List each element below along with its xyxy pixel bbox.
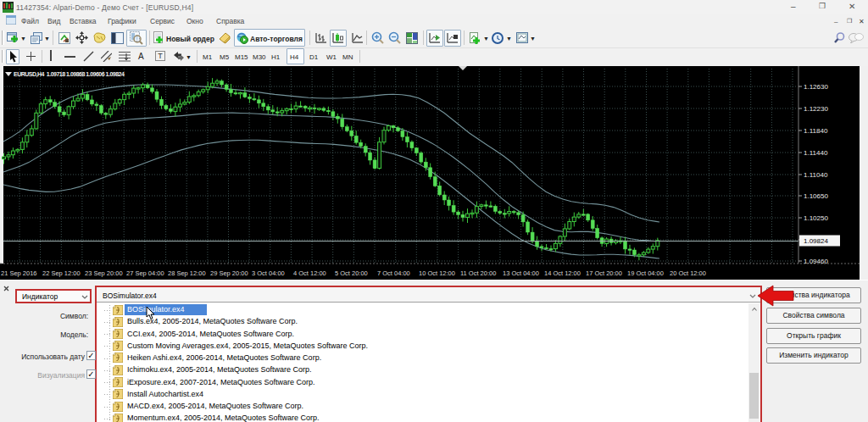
svg-text:17 Oct 20:00: 17 Oct 20:00	[586, 269, 622, 277]
svg-text:1.09824: 1.09824	[804, 237, 828, 245]
svg-text:7 Oct 04:00: 7 Oct 04:00	[377, 269, 410, 277]
svg-text:13 Oct 04:00: 13 Oct 04:00	[503, 269, 539, 277]
svg-text:22 Sep 12:00: 22 Sep 12:00	[42, 269, 81, 277]
svg-text:23 Sep 20:00: 23 Sep 20:00	[85, 269, 123, 277]
svg-text:14 Oct 12:00: 14 Oct 12:00	[544, 269, 581, 277]
svg-text:1.10650: 1.10650	[804, 192, 828, 200]
svg-text:3 Oct 04:00: 3 Oct 04:00	[252, 269, 285, 277]
svg-text:4 Oct 12:00: 4 Oct 12:00	[293, 269, 326, 277]
svg-text:1.10250: 1.10250	[804, 214, 828, 222]
svg-text:29 Sep 20:00: 29 Sep 20:00	[210, 269, 248, 277]
svg-text:5 Oct 20:00: 5 Oct 20:00	[335, 269, 368, 277]
svg-text:1.11040: 1.11040	[804, 171, 828, 179]
svg-text:28 Sep 12:00: 28 Sep 12:00	[168, 269, 206, 277]
svg-text:27 Sep 04:00: 27 Sep 04:00	[126, 269, 164, 277]
svg-text:10 Oct 12:00: 10 Oct 12:00	[419, 269, 455, 277]
svg-text:1.11840: 1.11840	[804, 127, 828, 135]
svg-text:1.12630: 1.12630	[804, 83, 828, 91]
svg-text:21 Sep 2016: 21 Sep 2016	[1, 269, 37, 277]
svg-text:EURUSD,H4 1.09718 1.09868 1.0: EURUSD,H4 1.09718 1.09868 1.09606 1.0982…	[14, 71, 125, 78]
svg-text:11 Oct 20:00: 11 Oct 20:00	[460, 269, 496, 277]
svg-text:19 Oct 04:00: 19 Oct 04:00	[627, 269, 664, 277]
svg-text:1.12230: 1.12230	[804, 105, 828, 113]
svg-text:20 Oct 12:00: 20 Oct 12:00	[670, 269, 706, 277]
svg-text:1.09460: 1.09460	[804, 258, 828, 265]
svg-text:1.11440: 1.11440	[804, 149, 828, 157]
